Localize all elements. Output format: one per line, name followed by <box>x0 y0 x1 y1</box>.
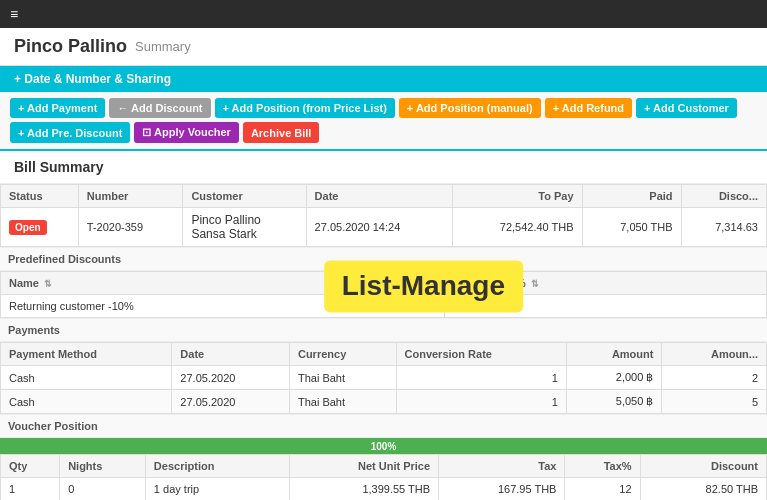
col-paid: Paid <box>582 185 681 208</box>
col-line-discount: Discount <box>640 455 766 478</box>
payment-date-1: 27.05.2020 <box>172 366 290 390</box>
payment-rate-2: 1 <box>396 390 566 414</box>
customer-line2: Sansa Stark <box>191 227 297 241</box>
line-items-table: Qty Nights Description Net Unit Price Ta… <box>0 454 767 500</box>
col-payment-method: Payment Method <box>1 343 172 366</box>
payment-method-2: Cash <box>1 390 172 414</box>
payment-currency-1: Thai Baht <box>289 366 396 390</box>
bill-discount: 7,314.63 <box>681 208 766 247</box>
archive-bill-button[interactable]: Archive Bill <box>243 122 320 143</box>
bill-summary-row: Open T-2020-359 Pinco Pallino Sansa Star… <box>1 208 767 247</box>
page-subtitle: Summary <box>135 39 191 54</box>
col-nights: Nights <box>60 455 146 478</box>
payment-amount2-2: 5 <box>662 390 767 414</box>
menu-icon[interactable]: ≡ <box>10 6 18 22</box>
payment-rate-1: 1 <box>396 366 566 390</box>
bill-summary-table: Status Number Customer Date To Pay Paid … <box>0 184 767 247</box>
col-discount: Disco... <box>681 185 766 208</box>
bill-summary-title: Bill Summary <box>0 151 767 184</box>
bill-status: Open <box>1 208 79 247</box>
add-refund-button[interactable]: + Add Refund <box>545 98 632 118</box>
progress-bar-container: 100% <box>0 438 767 454</box>
add-position-manual-button[interactable]: + Add Position (manual) <box>399 98 541 118</box>
add-position-price-button[interactable]: + Add Position (from Price List) <box>215 98 395 118</box>
li-nights: 0 <box>60 478 146 501</box>
payment-date-2: 27.05.2020 <box>172 390 290 414</box>
col-customer: Customer <box>183 185 306 208</box>
col-conversion-rate: Conversion Rate <box>396 343 566 366</box>
col-number: Number <box>78 185 183 208</box>
bill-number: T-2020-359 <box>78 208 183 247</box>
customer-line1: Pinco Pallino <box>191 213 297 227</box>
col-discount-pct: Discount in % ⇅ <box>445 272 767 295</box>
col-amount: Amount <box>566 343 662 366</box>
col-qty: Qty <box>1 455 60 478</box>
bill-date: 27.05.2020 14:24 <box>306 208 452 247</box>
li-tax-pct: 12 <box>565 478 640 501</box>
predefined-discounts-title: Predefined Discounts <box>0 247 767 271</box>
col-discount-name: Name ⇅ <box>1 272 445 295</box>
apply-voucher-button[interactable]: ⊡ Apply Voucher <box>134 122 238 143</box>
payments-table: Payment Method Date Currency Conversion … <box>0 342 767 414</box>
header: Pinco Pallino Summary <box>0 28 767 66</box>
payment-amount-1: 2,000 ฿ <box>566 366 662 390</box>
col-payment-currency: Currency <box>289 343 396 366</box>
discount-name: Returning customer -10% <box>1 295 445 318</box>
voucher-position-title: Voucher Position <box>0 414 767 438</box>
payment-currency-2: Thai Baht <box>289 390 396 414</box>
bill-topay: 72,542.40 THB <box>453 208 583 247</box>
date-number-sharing-bar[interactable]: + Date & Number & Sharing <box>0 66 767 92</box>
payment-method-1: Cash <box>1 366 172 390</box>
col-net-price: Net Unit Price <box>289 455 438 478</box>
top-bar: ≡ <box>0 0 767 28</box>
li-qty: 1 <box>1 478 60 501</box>
col-topay: To Pay <box>453 185 583 208</box>
progress-bar: 100% <box>0 438 767 454</box>
bill-customer: Pinco Pallino Sansa Stark <box>183 208 306 247</box>
payment-amount2-1: 2 <box>662 366 767 390</box>
payment-amount-2: 5,050 ฿ <box>566 390 662 414</box>
li-tax: 167.95 THB <box>439 478 565 501</box>
line-item-row: 1 0 1 day trip 1,399.55 THB 167.95 THB 1… <box>1 478 767 501</box>
add-payment-button[interactable]: + Add Payment <box>10 98 105 118</box>
payment-row-2: Cash 27.05.2020 Thai Baht 1 5,050 ฿ 5 <box>1 390 767 414</box>
predefined-discount-row: Returning customer -10% 10 % <box>1 295 767 318</box>
date-number-sharing-label: + Date & Number & Sharing <box>14 72 171 86</box>
add-customer-button[interactable]: + Add Customer <box>636 98 737 118</box>
col-date: Date <box>306 185 452 208</box>
col-amount2: Amoun... <box>662 343 767 366</box>
col-tax: Tax <box>439 455 565 478</box>
main-content: Bill Summary Status Number Customer Date… <box>0 151 767 500</box>
payments-title: Payments <box>0 318 767 342</box>
col-description: Description <box>145 455 289 478</box>
col-tax-pct: Tax% <box>565 455 640 478</box>
payment-row-1: Cash 27.05.2020 Thai Baht 1 2,000 ฿ 2 <box>1 366 767 390</box>
li-discount: 82.50 THB <box>640 478 766 501</box>
col-status: Status <box>1 185 79 208</box>
toolbar: + Add Payment ← Add Discount + Add Posit… <box>0 92 767 151</box>
li-net-price: 1,399.55 THB <box>289 478 438 501</box>
discount-pct: 10 % <box>445 295 767 318</box>
bill-paid: 7,050 THB <box>582 208 681 247</box>
predefined-discounts-table: Name ⇅ Discount in % ⇅ Returning custome… <box>0 271 767 318</box>
add-discount-button[interactable]: ← Add Discount <box>109 98 210 118</box>
page-title: Pinco Pallino <box>14 36 127 57</box>
add-pre-discount-button[interactable]: + Add Pre. Discount <box>10 122 130 143</box>
li-description: 1 day trip <box>145 478 289 501</box>
col-payment-date: Date <box>172 343 290 366</box>
